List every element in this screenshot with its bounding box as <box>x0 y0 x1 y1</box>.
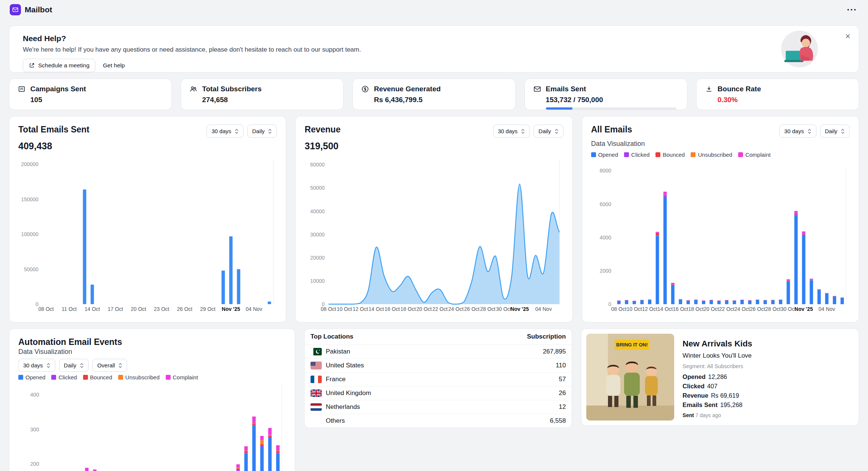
svg-text:20 Oct: 20 Oct <box>131 306 146 312</box>
panel-title: Automation Email Events <box>18 337 286 347</box>
brand: Mailbot <box>10 4 52 15</box>
legend-swatch <box>18 375 23 380</box>
frequency-select[interactable]: Daily <box>534 125 563 138</box>
revenue-panel: Revenue 30 days Daily 319,500 0100002000… <box>295 116 572 322</box>
frequency-select[interactable]: Daily <box>247 125 277 138</box>
svg-text:Nov '25: Nov '25 <box>511 306 529 312</box>
svg-text:18 Oct: 18 Oct <box>401 306 416 312</box>
total-emails-chart: 05000010000015000020000008 Oct11 Oct14 O… <box>18 157 277 314</box>
country-name: Netherlands <box>326 403 360 411</box>
svg-text:100000: 100000 <box>21 231 39 237</box>
flag-united-kingdom-icon <box>311 389 322 397</box>
svg-text:22 Oct: 22 Oct <box>719 306 734 312</box>
svg-text:2000: 2000 <box>599 268 611 274</box>
legend-swatch <box>738 152 743 157</box>
campaign-segment: Segment: All Subscribers <box>682 363 752 369</box>
stat-label: Total Subscribers <box>202 85 262 93</box>
envelope-icon <box>533 85 541 93</box>
chevron-up-down-icon <box>235 128 239 134</box>
stat-label: Emails Sent <box>546 85 586 93</box>
svg-text:10 Oct: 10 Oct <box>337 306 352 312</box>
automation-panel: Automation Email Events Data Visualizati… <box>9 328 295 471</box>
legend-item: Unsubscribed <box>118 374 160 380</box>
svg-text:200000: 200000 <box>21 161 39 167</box>
chevron-up-down-icon <box>841 128 845 134</box>
campaign-details: New Arrivals Kids Winter Looks You'll Lo… <box>682 334 752 420</box>
campaign-stat: RevenueRs 69,619 <box>682 392 752 399</box>
country-name: United Kingdom <box>326 389 371 397</box>
svg-text:04 Nov: 04 Nov <box>246 306 262 312</box>
stat-label: Bounce Rate <box>718 85 761 93</box>
support-illustration <box>780 30 819 68</box>
dashboard: Need Help? We're here to help! If you ha… <box>0 19 868 471</box>
svg-text:26 Oct: 26 Oct <box>177 306 192 312</box>
flag-france-icon <box>311 376 322 383</box>
app-title: Mailbot <box>25 5 52 14</box>
svg-text:08 Oct: 08 Oct <box>611 306 626 312</box>
legend-item: Complaint <box>738 152 771 158</box>
total-emails-value: 409,438 <box>18 141 277 152</box>
svg-text:30000: 30000 <box>310 232 325 238</box>
legend-item: Complaint <box>166 374 198 380</box>
campaign-card: BRING IT ON! New Arrivals Kids Winter Lo… <box>581 328 859 426</box>
revenue-value: 319,500 <box>305 141 563 152</box>
panel-subtitle: Data Visualization <box>18 348 286 356</box>
stat-bounce-rate: Bounce Rate 0.30% <box>696 79 859 110</box>
svg-text:04 Nov: 04 Nov <box>818 306 835 312</box>
svg-text:28 Oct: 28 Oct <box>765 306 780 312</box>
svg-text:04 Nov: 04 Nov <box>535 306 552 312</box>
range-select[interactable]: 30 days <box>18 359 55 372</box>
svg-text:12 Oct: 12 Oct <box>642 306 657 312</box>
svg-text:14 Oct: 14 Oct <box>369 306 384 312</box>
all-emails-chart: 0200040006000800008 Oct10 Oct12 Oct14 Oc… <box>591 166 850 314</box>
legend-item: Unsubscribed <box>691 152 732 158</box>
coin-icon <box>361 85 369 93</box>
svg-text:30 Oct: 30 Oct <box>780 306 796 312</box>
svg-text:50000: 50000 <box>310 185 325 191</box>
campaign-sent: Sent 7 days ago <box>682 412 752 418</box>
location-row: France 57 <box>305 372 572 386</box>
subscription-count: 6,558 <box>550 417 566 425</box>
campaign-stat: Emails Sent195,268 <box>682 401 752 409</box>
ellipsis-icon <box>847 9 856 11</box>
svg-text:Nov '25: Nov '25 <box>222 306 240 312</box>
svg-text:12 Oct: 12 Oct <box>353 306 368 312</box>
subscription-count: 57 <box>559 376 566 383</box>
svg-text:16 Oct: 16 Oct <box>673 306 688 312</box>
svg-text:20000: 20000 <box>310 255 325 261</box>
download-icon <box>705 85 713 93</box>
chevron-up-down-icon <box>118 363 122 368</box>
frequency-select[interactable]: Daily <box>820 125 850 138</box>
svg-text:10000: 10000 <box>310 278 325 284</box>
svg-text:20 Oct: 20 Oct <box>416 306 432 312</box>
svg-text:08 Oct: 08 Oct <box>321 306 336 312</box>
svg-text:Nov '25: Nov '25 <box>794 306 813 312</box>
legend-item: Opened <box>18 374 45 380</box>
mailbot-logo-icon <box>10 4 21 15</box>
svg-text:4000: 4000 <box>599 235 611 241</box>
chevron-up-down-icon <box>46 363 51 368</box>
range-select[interactable]: 30 days <box>779 125 816 138</box>
help-description: We're here to help! If you have any ques… <box>23 46 361 53</box>
chevron-up-down-icon <box>80 363 84 368</box>
legend-swatch <box>166 375 171 380</box>
svg-text:22 Oct: 22 Oct <box>433 306 448 312</box>
panel-subtitle: Data Visualization <box>591 140 850 148</box>
svg-text:30 Oct: 30 Oct <box>496 306 511 312</box>
stat-value: 153,732 / 750,000 <box>546 96 679 104</box>
stat-emails-sent: Emails Sent 153,732 / 750,000 <box>525 79 687 110</box>
flag-united-states-icon <box>311 362 322 369</box>
schedule-meeting-button[interactable]: Schedule a meeting <box>23 59 95 72</box>
country-name: Others <box>326 417 345 425</box>
legend-item: Clicked <box>624 152 650 158</box>
range-select[interactable]: 30 days <box>493 125 530 138</box>
frequency-select[interactable]: Daily <box>59 359 89 372</box>
close-banner-button[interactable]: × <box>845 32 850 41</box>
scope-select[interactable]: Overall <box>92 359 128 372</box>
stat-campaigns-sent: Campaigns Sent 105 <box>9 79 172 110</box>
svg-text:16 Oct: 16 Oct <box>385 306 400 312</box>
overflow-menu-button[interactable] <box>845 6 858 13</box>
get-help-button[interactable]: Get help <box>101 59 127 72</box>
legend-item: Clicked <box>51 374 77 380</box>
range-select[interactable]: 30 days <box>207 125 244 138</box>
